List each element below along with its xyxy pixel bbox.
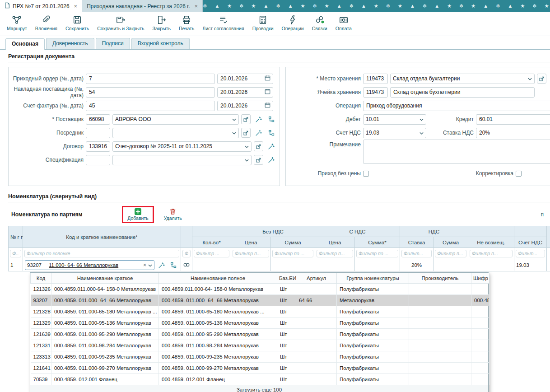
vat-account-cell[interactable]: 19.03: [514, 259, 547, 271]
magic-wand-button[interactable]: [266, 141, 276, 151]
nomenclature-option-row[interactable]: 93207 000.4859. 011.000- 64- 66 Металлор…: [31, 295, 489, 306]
invoice-date-input[interactable]: [217, 101, 273, 111]
open-card-button[interactable]: [241, 128, 251, 138]
dd-header-short-name[interactable]: Наименование краткое: [51, 273, 159, 284]
storage-code-input[interactable]: [363, 74, 388, 84]
hierarchy-button[interactable]: [168, 260, 179, 270]
invoice-number-input[interactable]: [86, 101, 215, 111]
supplier-code-input[interactable]: [86, 114, 110, 125]
date-value[interactable]: [220, 75, 263, 82]
column-header-vat-rate[interactable]: Ставка: [400, 237, 433, 248]
tab-power-of-attorney[interactable]: Доверенность: [46, 38, 94, 49]
window-tab-registry[interactable]: Приходная накладная - Реестр за 2026 г. …: [82, 0, 203, 12]
vat-sum-cell[interactable]: [433, 259, 468, 271]
column-header-qty[interactable]: Кол-во*: [192, 237, 231, 248]
tab-input-control[interactable]: Входной контроль: [131, 38, 190, 49]
close-tab-icon[interactable]: ×: [74, 3, 78, 9]
add-button[interactable]: Добавить: [126, 208, 150, 221]
intermediary-combobox[interactable]: [112, 128, 239, 138]
chevron-down-icon[interactable]: [232, 116, 236, 122]
chevron-down-icon[interactable]: [245, 157, 249, 163]
link-cell[interactable]: [181, 259, 192, 271]
load-more-button[interactable]: Загрузить еще 100: [30, 385, 488, 392]
dd-header-article[interactable]: Артикул: [296, 273, 337, 284]
nomenclature-option-row[interactable]: 121329 000.4859. 011.000-95-136 Металлор…: [31, 317, 489, 329]
column-header-price-no-vat[interactable]: Цена: [231, 237, 271, 248]
filter-input-num[interactable]: [10, 250, 21, 257]
hierarchy-button[interactable]: [266, 114, 277, 124]
contract-combobox[interactable]: Счет-договор № 2025-11 от 01.11.2025: [112, 141, 252, 152]
chevron-down-icon[interactable]: [528, 75, 532, 82]
credit-input[interactable]: [476, 114, 550, 125]
payment-button[interactable]: Оплата: [332, 14, 355, 32]
filter-input-sum-no-vat[interactable]: [272, 250, 313, 257]
hierarchy-button[interactable]: [266, 128, 277, 138]
supplier-invoice-number-input[interactable]: [86, 87, 215, 98]
save-close-button[interactable]: Сохранить и Закрыть: [94, 14, 147, 32]
close-button[interactable]: Закрыть: [149, 14, 173, 32]
order-date-input[interactable]: [217, 74, 273, 84]
magic-wand-button[interactable]: [266, 155, 276, 165]
sum-no-vat-cell[interactable]: [271, 259, 315, 271]
column-header-price-with-vat[interactable]: Цена: [315, 237, 355, 248]
magic-wand-button[interactable]: [253, 114, 264, 124]
note-textarea[interactable]: [363, 140, 550, 164]
nomenclature-option-row[interactable]: 121641 000.4859. 011.000-99-270 Металлор…: [31, 363, 489, 374]
tab-main[interactable]: Основная: [5, 38, 45, 50]
vat-account-combobox[interactable]: 19.03: [363, 128, 426, 138]
save-button[interactable]: Сохранить: [62, 14, 92, 32]
correction-checkbox[interactable]: [516, 171, 522, 177]
open-card-button[interactable]: [254, 141, 263, 151]
tab-signatures[interactable]: Подписи: [96, 38, 130, 49]
open-card-button[interactable]: [254, 155, 263, 165]
column-header-vat-sum[interactable]: Сумма: [433, 237, 468, 248]
column-header-name[interactable]: Код и краткое наименование*: [23, 226, 181, 248]
approval-sheet-button[interactable]: Лист согласования: [199, 14, 247, 32]
print-button[interactable]: Печать: [176, 14, 197, 32]
qty-cell[interactable]: [192, 259, 231, 271]
magic-wand-button[interactable]: [253, 128, 264, 138]
chevron-down-icon[interactable]: [419, 130, 424, 136]
operation-input[interactable]: [363, 101, 550, 111]
column-header-vat-account[interactable]: Счет НДС: [514, 237, 547, 248]
filter-input-price-no-vat[interactable]: [233, 250, 269, 257]
intermediary-code-input[interactable]: [86, 128, 110, 138]
nomenclature-option-row[interactable]: 70539 000.4859. 012.001 Фланец 000.4859.…: [31, 374, 489, 385]
calendar-icon[interactable]: [265, 102, 270, 109]
vat-rate-input[interactable]: [476, 128, 550, 138]
delete-button[interactable]: Удалить: [162, 208, 184, 221]
window-tab-document[interactable]: ПРХ №7 от 20.01.2026 ×: [0, 0, 82, 12]
specification-code-input[interactable]: [86, 155, 110, 165]
nomenclature-option-row[interactable]: 121639 000.4859. 011.000-95-290 Металлор…: [31, 329, 489, 340]
chevron-down-icon[interactable]: [232, 130, 236, 136]
filter-input-flags[interactable]: [182, 250, 191, 257]
debit-combobox[interactable]: 10.01: [363, 114, 426, 125]
contract-code-input[interactable]: [86, 141, 110, 152]
clear-icon[interactable]: ×: [143, 262, 146, 268]
sum-with-vat-cell[interactable]: [355, 259, 400, 271]
open-card-button[interactable]: [537, 74, 546, 84]
date-value[interactable]: [220, 103, 263, 109]
storage-combobox[interactable]: Склад отдела бухгалтерии: [390, 74, 535, 84]
nonrefund-cell[interactable]: [468, 259, 514, 271]
route-button[interactable]: Маршрут: [4, 14, 30, 32]
dd-header-group[interactable]: Группа номенклатуры: [337, 273, 409, 284]
supplier-invoice-date-input[interactable]: [217, 87, 273, 98]
dd-header-code[interactable]: Код: [31, 273, 51, 284]
filter-input-name[interactable]: [24, 250, 179, 257]
specification-combobox[interactable]: [112, 155, 252, 165]
chevron-down-icon[interactable]: [419, 116, 424, 122]
dd-header-manufacturer[interactable]: Производитель: [409, 273, 471, 284]
links-button[interactable]: Связки: [309, 14, 331, 32]
filter-input-sum-with-vat[interactable]: [356, 250, 398, 257]
attachments-button[interactable]: Вложения: [32, 14, 61, 32]
filter-input-vat-account[interactable]: [516, 250, 545, 257]
open-card-button[interactable]: [241, 114, 251, 124]
price-no-vat-cell[interactable]: [231, 259, 271, 271]
column-header-nonrefund[interactable]: Не возмещ.: [468, 237, 514, 248]
vat-rate-cell[interactable]: 20%: [400, 259, 433, 271]
supplier-combobox[interactable]: АВРОРА ООО: [112, 114, 239, 125]
postings-button[interactable]: Проводки: [249, 14, 277, 32]
calendar-icon[interactable]: [265, 75, 270, 82]
no-price-checkbox[interactable]: [363, 171, 369, 177]
